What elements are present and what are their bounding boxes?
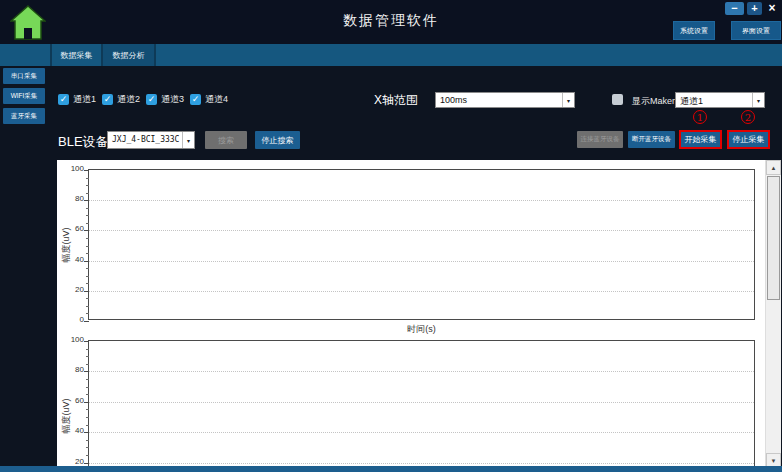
ui-settings-button[interactable]: 界面设置: [731, 21, 781, 40]
y-minor-tick-mark: [86, 193, 89, 194]
y-tick-label: 80: [57, 365, 84, 375]
chevron-down-icon[interactable]: ▾: [752, 93, 764, 107]
y-minor-tick-mark: [86, 364, 89, 365]
disconnect-bluetooth-button[interactable]: 断开蓝牙设备: [628, 131, 675, 148]
x-range-label: X轴范围: [374, 92, 418, 109]
y-tick-label: 40: [57, 255, 84, 265]
y-tick-mark: [84, 371, 89, 372]
checkbox-icon[interactable]: ✓: [190, 94, 201, 105]
x-range-select[interactable]: 100ms ▾: [435, 92, 575, 108]
start-collect-button[interactable]: 开始采集: [679, 130, 722, 149]
y-minor-tick-mark: [86, 268, 89, 269]
sidebar-item-1[interactable]: WIFI采集: [3, 88, 45, 104]
chevron-down-icon[interactable]: ▾: [562, 93, 574, 107]
chevron-down-icon[interactable]: ▾: [182, 132, 194, 148]
search-button: 搜索: [205, 131, 247, 149]
channel-toggle-4[interactable]: ✓通道4: [190, 93, 228, 106]
y-minor-tick-mark: [86, 313, 89, 314]
y-minor-tick-mark: [86, 409, 89, 410]
y-minor-tick-mark: [86, 349, 89, 350]
maximize-button[interactable]: +: [747, 2, 762, 15]
channel-label: 通道2: [117, 93, 140, 106]
y-tick-label: 20: [57, 285, 84, 295]
show-marker-label: 显示Maker: [632, 95, 675, 108]
y-minor-tick-mark: [86, 208, 89, 209]
channel-toggle-2[interactable]: ✓通道2: [102, 93, 140, 106]
y-minor-tick-mark: [86, 215, 89, 216]
y-minor-tick-mark: [86, 394, 89, 395]
chart-scrollbar[interactable]: ▲ ▼: [765, 160, 781, 468]
y-tick-mark: [84, 402, 89, 403]
annotation-circle-1: 1: [693, 110, 707, 124]
channel-label: 通道1: [73, 93, 96, 106]
sidebar-item-0[interactable]: 串口采集: [3, 68, 45, 84]
minimize-button[interactable]: −: [725, 2, 744, 15]
y-minor-tick-mark: [86, 425, 89, 426]
x-range-value: 100ms: [436, 93, 562, 107]
y-minor-tick-mark: [86, 246, 89, 247]
app-window: 数据管理软件 − + × 系统设置 界面设置 数据采集数据分析 串口采集WIFI…: [0, 0, 782, 472]
marker-channel-value: 通道1: [676, 93, 752, 107]
connect-bluetooth-button: 连接蓝牙设备: [577, 131, 623, 148]
y-minor-tick-mark: [86, 387, 89, 388]
y-tick-label: 80: [57, 194, 84, 204]
channel-label: 通道4: [205, 93, 228, 106]
y-tick-mark: [84, 261, 89, 262]
stop-search-button[interactable]: 停止搜索: [255, 131, 300, 149]
tab-0[interactable]: 数据采集: [50, 44, 103, 66]
gridline: [89, 261, 754, 262]
gridline: [89, 463, 754, 464]
channel-toggle-3[interactable]: ✓通道3: [146, 93, 184, 106]
y-tick-label: 100: [57, 164, 84, 174]
gridline: [89, 200, 754, 201]
marker-channel-select[interactable]: 通道1 ▾: [675, 92, 765, 108]
y-minor-tick-mark: [86, 306, 89, 307]
y-minor-tick-mark: [86, 223, 89, 224]
channel-label: 通道3: [161, 93, 184, 106]
y-minor-tick-mark: [86, 253, 89, 254]
scrollbar-thumb[interactable]: [767, 176, 780, 300]
channel-toggle-1[interactable]: ✓通道1: [58, 93, 96, 106]
show-marker-checkbox[interactable]: [612, 94, 623, 105]
y-minor-tick-mark: [86, 298, 89, 299]
y-minor-tick-mark: [86, 447, 89, 448]
y-tick-label: 40: [57, 426, 84, 436]
y-minor-tick-mark: [86, 178, 89, 179]
ble-device-value: JXJ_4-BCI_333C: [108, 132, 182, 148]
ble-device-select[interactable]: JXJ_4-BCI_333C ▾: [107, 131, 195, 149]
sidebar: 串口采集WIFI采集蓝牙采集: [3, 68, 45, 124]
chart-panel: 幅度(uV)020406080100时间(s) 幅度(uV)0204060801…: [57, 160, 781, 468]
plot-area: [88, 169, 755, 320]
y-minor-tick-mark: [86, 455, 89, 456]
y-minor-tick-mark: [86, 185, 89, 186]
y-minor-tick-mark: [86, 283, 89, 284]
stop-collect-button[interactable]: 停止采集: [727, 130, 770, 149]
y-tick-mark: [84, 170, 89, 171]
y-minor-tick-mark: [86, 379, 89, 380]
y-tick-mark: [84, 230, 89, 231]
checkbox-icon[interactable]: ✓: [102, 94, 113, 105]
gridline: [89, 402, 754, 403]
tab-bar: 数据采集数据分析: [0, 44, 782, 66]
gridline: [89, 371, 754, 372]
close-button[interactable]: ×: [765, 2, 779, 15]
system-settings-button[interactable]: 系统设置: [673, 21, 715, 40]
y-minor-tick-mark: [86, 356, 89, 357]
checkbox-icon[interactable]: ✓: [58, 94, 69, 105]
channel-checkbox-group: ✓通道1✓通道2✓通道3✓通道4: [58, 93, 228, 106]
window-bottom-border: [0, 466, 782, 472]
ble-device-label: BLE设备: [58, 133, 109, 151]
y-minor-tick-mark: [86, 440, 89, 441]
y-minor-tick-mark: [86, 417, 89, 418]
page-title: 数据管理软件: [0, 12, 782, 30]
y-tick-mark: [84, 432, 89, 433]
scrollbar-up-icon[interactable]: ▲: [766, 160, 781, 175]
y-tick-label: 0: [57, 315, 84, 325]
y-tick-mark: [84, 200, 89, 201]
checkbox-icon[interactable]: ✓: [146, 94, 157, 105]
tab-1[interactable]: 数据分析: [103, 44, 156, 66]
x-axis-label: 时间(s): [88, 323, 755, 336]
y-minor-tick-mark: [86, 276, 89, 277]
title-bar: 数据管理软件 − + × 系统设置 界面设置: [0, 0, 782, 44]
sidebar-item-2[interactable]: 蓝牙采集: [3, 108, 45, 124]
